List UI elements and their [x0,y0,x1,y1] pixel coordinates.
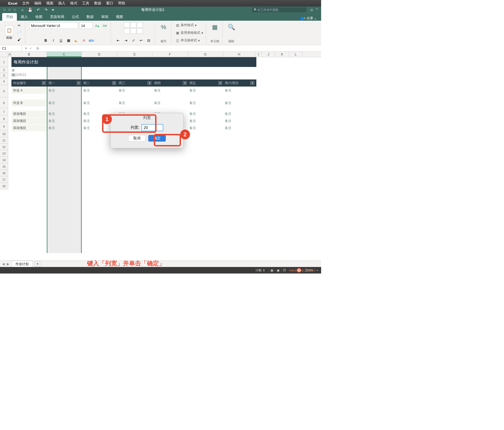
data-cell[interactable]: 备注 [188,110,223,117]
data-cell[interactable]: 备注 [223,100,255,106]
row-header[interactable]: 18 [0,183,8,189]
conditional-format-button[interactable]: ▤条件格式 ▾ [175,22,196,28]
row-header[interactable]: 1 [0,57,8,67]
col-header[interactable]: G [188,52,223,57]
sheet-nav-prev-icon[interactable]: ◀ [2,262,5,266]
menu-format[interactable]: 格式 [70,1,77,6]
row-header[interactable]: 13 [0,150,8,157]
menu-file[interactable]: 文件 [22,1,29,6]
row-id-cell[interactable]: 作业 B [11,100,47,106]
table-header[interactable]: 周五▾ [188,79,223,87]
merge-icon[interactable]: ⊟ [145,37,152,43]
cells-icon[interactable]: ▦ [210,22,220,32]
chevron-icon[interactable]: ⌃ [316,8,318,12]
menu-edit[interactable]: 编辑 [34,1,41,6]
find-icon[interactable]: 🔍 [226,22,236,32]
filter-icon[interactable]: ▾ [112,81,116,85]
col-header[interactable]: E [117,52,152,57]
font-color-button[interactable]: A [81,37,87,43]
cut-icon[interactable]: ✂ [16,22,22,28]
tab-view[interactable]: 视图 [112,13,127,21]
menu-help[interactable]: 帮助 [118,1,125,6]
spreadsheet-grid[interactable]: A B C D E F G H I J K L 1234567891011121… [0,52,321,257]
row-header[interactable]: 5 [0,85,8,97]
align-bottom-icon[interactable] [137,22,143,28]
filter-icon[interactable]: ▾ [250,81,254,85]
add-sheet-button[interactable]: + [35,261,40,267]
row-header[interactable]: 7 [0,108,8,115]
col-header[interactable]: H [223,52,255,57]
menu-tools[interactable]: 工具 [82,1,89,6]
data-cell[interactable]: 备注 [223,110,255,117]
table-header[interactable]: 作业编号▾ [11,79,47,87]
data-cell[interactable]: 备注 [47,87,82,94]
undo-icon[interactable]: ↶ [37,8,40,12]
align-center-icon[interactable] [130,28,136,34]
data-cell[interactable]: 备注 [223,87,255,94]
row-header[interactable]: 10 [0,131,8,137]
data-cell[interactable]: 备注 [188,87,223,94]
sheet-tab[interactable]: 作业计划 [11,261,33,267]
col-header[interactable]: A [8,52,11,57]
align-top-icon[interactable] [124,22,130,28]
phonetic-button[interactable]: abc [88,37,95,43]
copy-icon[interactable]: 📄 [16,29,22,35]
font-name-select[interactable]: Microsoft YaHei UI [29,22,78,29]
font-size-select[interactable]: 14 [79,22,93,29]
tab-formulas[interactable]: 公式 [68,13,83,21]
filter-icon[interactable]: ▾ [77,81,81,85]
filter-icon[interactable]: ▾ [218,81,222,85]
view-buttons[interactable]: ▦▣凹 [269,268,288,272]
grow-font-icon[interactable]: A▴ [94,23,100,29]
select-all-corner[interactable] [0,52,8,57]
data-cell[interactable]: 备注 [47,110,82,117]
data-cell[interactable]: 备注 [82,100,117,106]
filter-icon[interactable]: ▾ [183,81,187,85]
row-header[interactable]: 9 [0,122,8,131]
tab-home[interactable]: 开始 [2,13,17,21]
data-cell[interactable]: 备注 [117,100,152,106]
row-id-cell[interactable]: 添加项目 [11,118,47,124]
row-header[interactable]: 8 [0,115,8,122]
col-header[interactable]: K [275,52,289,57]
table-header[interactable]: 周四▾ [152,79,188,87]
row-header[interactable]: 3 [0,73,8,78]
menu-insert[interactable]: 插入 [58,1,65,6]
save-icon[interactable]: 💾 [28,8,32,12]
menu-data[interactable]: 数据 [94,1,101,6]
format-painter-icon[interactable]: 🖌 [16,36,22,42]
col-header[interactable]: B [11,52,47,57]
bold-button[interactable]: B [42,37,49,43]
redo-icon[interactable]: ↷ [44,8,48,12]
data-cell[interactable]: 备注 [223,118,255,124]
orientation-icon[interactable]: ⤢ [130,37,137,43]
data-cell[interactable]: 备注 [82,87,117,94]
data-cell[interactable]: 备注 [152,87,188,94]
wrap-text-icon[interactable]: ↩ [138,37,144,43]
indent-decrease-icon[interactable]: ⇤ [115,37,121,43]
filter-icon[interactable]: ▾ [42,81,46,85]
fx-icon[interactable]: fx [35,47,41,50]
table-header[interactable]: 周二▾ [82,79,117,87]
zoom-in-button[interactable]: + [317,269,318,272]
home-icon[interactable]: ⌂ [21,8,23,12]
confirm-edit-icon[interactable]: ✓ [29,47,32,50]
data-cell[interactable]: 备注 [117,87,152,94]
align-left-icon[interactable] [124,28,130,34]
row-header[interactable]: 12 [0,144,8,150]
data-cell[interactable]: 备注 [188,100,223,106]
row-header[interactable]: 17 [0,176,8,183]
feedback-icon[interactable]: ☺ [310,8,314,12]
data-cell[interactable]: 备注 [47,100,82,106]
underline-button[interactable]: U [58,37,64,43]
row-header[interactable]: 14 [0,157,8,163]
table-header[interactable]: 周一▾ [47,79,82,87]
col-header[interactable]: L [289,52,303,57]
row-id-cell[interactable]: 添加项目 [11,125,47,131]
share-button[interactable]: 👥+ 共享 ⌄ [300,16,319,21]
row-id-cell[interactable]: 作业 A [11,87,47,94]
cancel-edit-icon[interactable]: ✕ [24,47,27,50]
percent-icon[interactable]: % [159,22,168,32]
paste-button[interactable]: 📋 [5,25,14,36]
shrink-font-icon[interactable]: A▾ [102,23,108,29]
